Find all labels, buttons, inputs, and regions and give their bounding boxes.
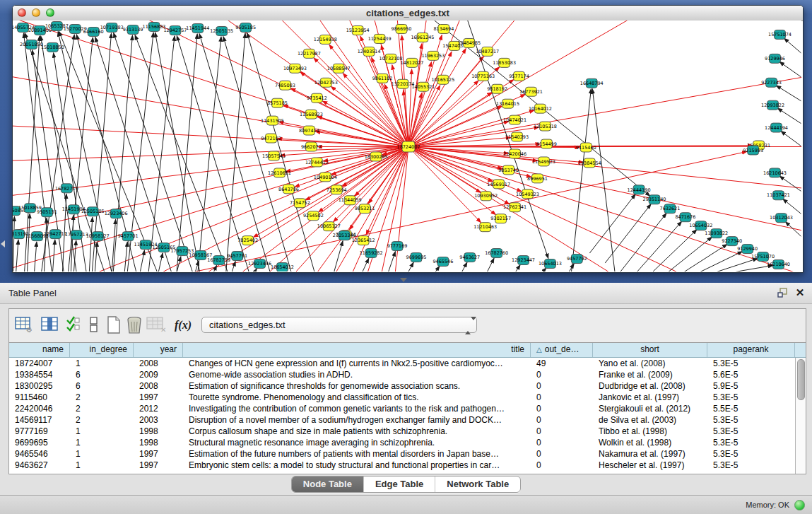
graph-node[interactable]: 10732108 [379, 54, 403, 63]
network-graph[interactable]: 1215493812217987109734937485083857518511… [13, 21, 801, 271]
new-table-icon[interactable] [105, 316, 124, 334]
graph-node[interactable]: 11037421 [767, 191, 790, 200]
graph-node[interactable]: 16773921 [519, 87, 543, 96]
table-row[interactable]: 1830029562008Estimation of significance … [9, 380, 796, 392]
graph-node[interactable]: 12093822 [761, 100, 784, 110]
graph-node[interactable]: 16210640 [767, 260, 790, 269]
graph-node[interactable]: 12444194 [765, 123, 788, 132]
graph-node[interactable]: 8097414 [299, 126, 319, 135]
splitter-collapse-icon[interactable] [400, 278, 407, 282]
table-row[interactable]: 1456911722003Disruption of a novel membe… [9, 414, 796, 426]
graph-node[interactable]: 16782760 [485, 249, 508, 258]
left-splitter-collapse-icon[interactable] [1, 240, 5, 247]
graph-node[interactable]: 7825402 [237, 236, 258, 245]
tab-edge-table[interactable]: Edge Table [363, 477, 435, 492]
graph-node[interactable]: 10164012 [529, 104, 552, 113]
graph-node[interactable]: 14569117 [487, 180, 510, 189]
graph-node[interactable]: 10165125 [431, 75, 454, 84]
graph-node[interactable]: 18300295 [365, 152, 388, 161]
graph-node[interactable]: 9254502 [303, 211, 324, 221]
table-mode-icon[interactable]: ⚙ [15, 316, 35, 334]
column-header-out_de[interactable]: △out_de… [531, 343, 593, 357]
table-row[interactable]: 946554611997Estimation of the future num… [9, 448, 796, 460]
graph-node[interactable]: 11210463 [473, 223, 497, 232]
vertical-scrollbar[interactable] [795, 358, 806, 474]
graph-node[interactable]: 9577174 [509, 71, 529, 81]
column-header-name[interactable]: name [9, 343, 70, 357]
table-row[interactable]: 911546021997Tourette syndrome. Phenomeno… [9, 392, 796, 403]
close-panel-icon[interactable]: ✕ [794, 286, 806, 299]
graph-node[interactable]: 11549523 [532, 157, 555, 166]
graph-node[interactable]: 15057543 [262, 151, 286, 160]
graph-node[interactable]: 12154938 [314, 35, 337, 44]
graph-node[interactable]: 19384554 [578, 158, 601, 168]
graph-node[interactable]: 12923446 [248, 259, 271, 269]
graph-node[interactable]: 10588547 [327, 64, 351, 73]
column-header-year[interactable]: year [134, 343, 183, 357]
graph-node[interactable]: 12403514 [358, 47, 381, 56]
graph-node[interactable]: 8996951 [527, 174, 548, 183]
graph-node[interactable]: 10654013 [539, 259, 562, 269]
graph-node[interactable]: 12105318 [534, 122, 557, 131]
select-visible-columns-icon[interactable] [66, 316, 86, 334]
column-header-in_degree[interactable]: in_degree [70, 343, 134, 357]
table-selector-dropdown[interactable]: citations_edges.txt [201, 317, 477, 333]
show-columns-icon[interactable] [41, 316, 61, 334]
column-header-title[interactable]: title [183, 343, 531, 357]
graph-node[interactable]: 9457792 [567, 255, 587, 264]
graph-node[interactable]: 10930952 [474, 192, 498, 201]
graph-node[interactable]: 15123954 [346, 25, 370, 35]
graph-node[interactable]: 9465546 [433, 257, 453, 267]
graph-node[interactable]: 12923406 [105, 209, 128, 218]
network-canvas[interactable]: 1215493812217987109734937485083857518511… [13, 21, 801, 271]
graph-node[interactable]: 9463627 [459, 253, 480, 262]
graph-node[interactable]: 9472102 [261, 134, 281, 143]
graph-node[interactable]: 15751074 [768, 30, 792, 39]
graph-node[interactable]: 20051850 [20, 40, 43, 49]
graph-node[interactable]: 16648794 [580, 78, 604, 88]
table-row[interactable]: 977716911998Corpus callosum shape and si… [9, 426, 796, 437]
graph-node[interactable]: 11659282 [360, 249, 383, 258]
graph-node[interactable]: 7632621 [660, 204, 681, 214]
graph-node[interactable]: 7154752 [290, 199, 310, 208]
graph-node[interactable]: 9505185 [235, 23, 256, 32]
graph-node[interactable]: 10312043 [770, 214, 793, 223]
graph-node[interactable]: 12042753 [314, 78, 338, 87]
tab-node-table[interactable]: Node Table [292, 477, 363, 492]
column-header-pagerank[interactable]: pagerank [707, 343, 795, 357]
delete-table-icon[interactable] [125, 316, 145, 334]
graph-node[interactable]: 9861102 [372, 74, 393, 83]
table-row[interactable]: 946362711997Embryonic stem cells: a mode… [9, 460, 796, 471]
table-row[interactable]: 969969511998Structural magnetic resonanc… [9, 437, 796, 448]
graph-node[interactable]: 12744412 [305, 158, 329, 167]
table-row[interactable]: 1938455462009Genome-wide association stu… [9, 369, 796, 380]
graph-node[interactable]: 9215953 [743, 146, 763, 155]
graph-node[interactable]: 10065127 [317, 222, 341, 231]
graph-node[interactable]: 9129946 [765, 54, 785, 63]
graph-node[interactable]: 10775163 [471, 71, 495, 81]
graph-node[interactable]: 8471676 [675, 213, 695, 222]
graph-node[interactable]: 12217987 [298, 49, 321, 58]
graph-node[interactable]: 9866950 [392, 24, 412, 33]
graph-node[interactable]: 9777169 [387, 242, 408, 251]
graph-node[interactable]: 9115460 [576, 143, 596, 152]
graph-node[interactable]: 10490104 [314, 173, 337, 182]
graph-node[interactable]: 15751070 [751, 252, 775, 262]
float-panel-icon[interactable] [777, 288, 789, 298]
graph-node[interactable]: 9227340 [722, 237, 742, 246]
graph-node[interactable]: 11540293 [505, 132, 529, 141]
graph-node[interactable]: 12444190 [628, 185, 651, 194]
network-view-window[interactable]: citations_edges.txt 12154938122179871097… [12, 5, 804, 273]
graph-node[interactable]: 9853211 [355, 204, 375, 214]
function-builder-icon[interactable]: f(x) [175, 316, 194, 334]
graph-node[interactable]: 11451944 [186, 23, 209, 33]
graph-node[interactable]: 10654012 [271, 263, 294, 271]
graph-node[interactable]: 12942757 [163, 25, 187, 35]
graph-node[interactable]: 9313139 [123, 25, 143, 34]
graph-node[interactable]: 9318192 [487, 84, 507, 93]
graph-node[interactable]: 11156883 [143, 22, 166, 31]
graph-node[interactable]: 12923447 [512, 256, 535, 265]
graph-node[interactable]: 9302157 [490, 214, 511, 223]
column-header-short[interactable]: short [593, 343, 707, 357]
graph-node[interactable]: 16961245 [411, 33, 434, 42]
